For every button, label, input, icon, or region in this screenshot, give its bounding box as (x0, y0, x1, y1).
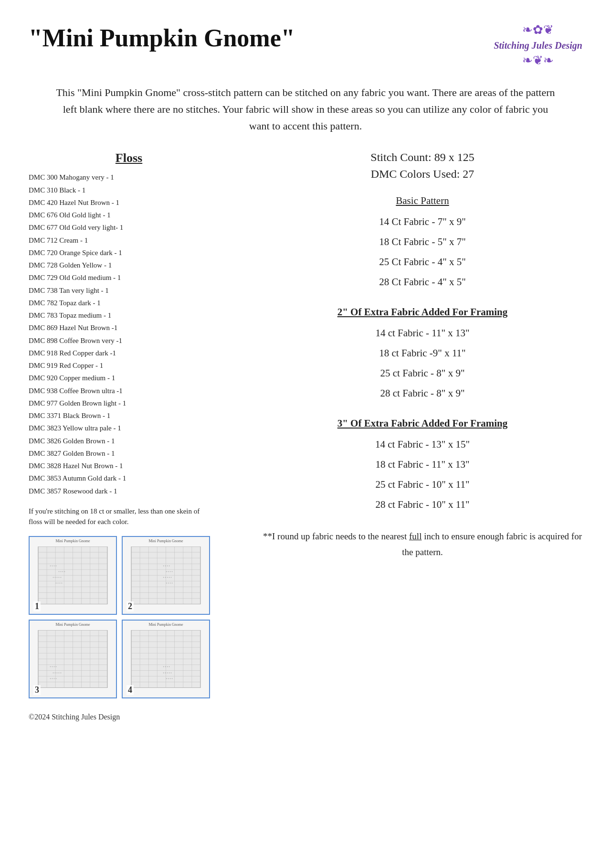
pattern-number-2: 2 (126, 601, 134, 611)
floss-note: If you're stitching on 18 ct or smaller,… (29, 506, 210, 527)
main-content: Floss DMC 300 Mahogany very - 1 DMC 310 … (29, 151, 582, 698)
pattern-image-3: Mini Pumpkin Gnome (29, 620, 117, 698)
floss-item: DMC 728 Golden Yellow - 1 (29, 259, 229, 271)
floss-item: DMC 919 Red Copper - 1 (29, 359, 229, 372)
pattern-grid-3: + + + + + + + + + + + + + (34, 630, 112, 688)
floss-item: DMC 783 Topaz medium - 1 (29, 309, 229, 321)
floss-item: DMC 3827 Golden Brown - 1 (29, 447, 229, 460)
fabric-item: 28 Ct Fabric - 4" x 5" (263, 272, 582, 292)
svg-text:+ + + + +: + + + + + (163, 576, 172, 579)
svg-text:+ + + +: + + + + (166, 570, 173, 573)
dmc-colors: DMC Colors Used: 27 (263, 168, 582, 181)
pattern-img-label-4: Mini Pumpkin Gnome (123, 622, 209, 627)
asterisk-note: **I round up fabric needs to the nearest… (263, 529, 582, 560)
floss-item: DMC 310 Black - 1 (29, 184, 229, 196)
framing-2-list: 14 ct Fabric - 11" x 13" 18 ct Fabric -9… (263, 323, 582, 403)
svg-text:+ + + +: + + + + (50, 677, 57, 680)
floss-item: DMC 676 Old Gold light - 1 (29, 209, 229, 221)
svg-text:+ + + +: + + + + (50, 665, 57, 668)
floss-item: DMC 420 Hazel Nut Brown - 1 (29, 196, 229, 209)
fabric-item: 25 Ct Fabric - 4" x 5" (263, 252, 582, 272)
logo: ❧✿❦ Stitching Jules Design ❧❦❧ (494, 19, 582, 70)
framing-2-title: 2" Of Extra Fabric Added For Framing (263, 306, 582, 318)
svg-text:+ + + +: + + + + (166, 582, 173, 584)
floss-title: Floss (29, 151, 229, 165)
floss-item: DMC 3826 Golden Brown - 1 (29, 435, 229, 447)
svg-text:+ + + +: + + + + (55, 582, 63, 584)
pattern-img-label-3: Mini Pumpkin Gnome (30, 622, 116, 627)
right-column: Stitch Count: 89 x 125 DMC Colors Used: … (243, 151, 582, 560)
dmc-colors-label: DMC Colors Used: (371, 168, 460, 180)
pattern-number-3: 3 (33, 685, 41, 695)
floss-item: DMC 3371 Black Brown - 1 (29, 409, 229, 422)
floss-item: DMC 3823 Yellow ultra pale - 1 (29, 422, 229, 434)
pattern-image-1: Mini Pumpkin Gnome (29, 536, 117, 615)
floss-item: DMC 898 Coffee Brown very -1 (29, 334, 229, 347)
floss-item: DMC 738 Tan very light - 1 (29, 284, 229, 297)
framing-2-item: 28 ct Fabric - 8" x 9" (263, 383, 582, 403)
description: This "Mini Pumpkin Gnome" cross-stitch p… (55, 84, 556, 135)
floss-item: DMC 300 Mahogany very - 1 (29, 171, 229, 183)
basic-pattern-list: 14 Ct Fabric - 7" x 9" 18 Ct Fabric - 5"… (263, 212, 582, 292)
framing-3-title: 3" Of Extra Fabric Added For Framing (263, 418, 582, 429)
floss-item: DMC 782 Topaz dark - 1 (29, 297, 229, 309)
svg-text:+ + + + +: + + + + + (53, 576, 62, 579)
framing-2-item: 14 ct Fabric - 11" x 13" (263, 323, 582, 343)
page: "Mini Pumpkin Gnome" ❧✿❦ Stitching Jules… (0, 0, 611, 868)
floss-item: DMC 920 Copper medium - 1 (29, 372, 229, 384)
footer: ©2024 Stitching Jules Design (29, 713, 582, 721)
framing-2-item: 25 ct Fabric - 8" x 9" (263, 363, 582, 383)
dmc-colors-value: 27 (463, 168, 474, 180)
framing-3-item: 18 ct Fabric - 11" x 13" (263, 454, 582, 474)
framing-3-item: 25 ct Fabric - 10" x 11" (263, 474, 582, 494)
framing-3-list: 14 ct Fabric - 13" x 15" 18 ct Fabric - … (263, 434, 582, 514)
fabric-item: 14 Ct Fabric - 7" x 9" (263, 212, 582, 232)
stitch-count-value: 89 x 125 (434, 151, 474, 163)
floss-item: DMC 3857 Rosewood dark - 1 (29, 485, 229, 497)
framing-3-item: 14 ct Fabric - 13" x 15" (263, 434, 582, 454)
pattern-image-4: Mini Pumpkin Gnome (122, 620, 210, 698)
floss-item: DMC 729 Old Gold medium - 1 (29, 271, 229, 284)
pattern-img-label-1: Mini Pumpkin Gnome (30, 539, 116, 543)
floss-item: DMC 3828 Hazel Nut Brown - 1 (29, 460, 229, 472)
header: "Mini Pumpkin Gnome" ❧✿❦ Stitching Jules… (29, 19, 582, 70)
floss-item: DMC 720 Orange Spice dark - 1 (29, 246, 229, 259)
pattern-grid-1: + + + + + + + + + + + + + + + + + (34, 547, 112, 604)
page-title: "Mini Pumpkin Gnome" (29, 19, 295, 52)
floss-item: DMC 938 Coffee Brown ultra -1 (29, 385, 229, 397)
svg-text:+ + + +: + + + + (166, 677, 173, 680)
floss-item: DMC 869 Hazel Nut Brown -1 (29, 321, 229, 334)
pattern-images: Mini Pumpkin Gnome (29, 536, 210, 698)
pattern-grid-2: + + + + + + + + + + + + + + + + + (127, 547, 205, 604)
pattern-img-label-2: Mini Pumpkin Gnome (123, 539, 209, 543)
svg-text:+ + + +: + + + + (163, 565, 170, 567)
logo-swirl-top: ❧✿❦ (494, 21, 582, 39)
fabric-item: 18 Ct Fabric - 5" x 7" (263, 232, 582, 252)
pattern-number-1: 1 (33, 601, 41, 611)
pattern-grid-4: + + + + + + + + + + + + + (127, 630, 205, 688)
basic-pattern-title: Basic Pattern (263, 195, 582, 207)
left-column: Floss DMC 300 Mahogany very - 1 DMC 310 … (29, 151, 229, 698)
svg-text:+ + + + +: + + + + + (163, 672, 172, 674)
floss-item: DMC 918 Red Copper dark -1 (29, 347, 229, 359)
floss-list: DMC 300 Mahogany very - 1 DMC 310 Black … (29, 171, 229, 497)
stitch-count: Stitch Count: 89 x 125 (263, 151, 582, 164)
logo-text: Stitching Jules Design (494, 39, 582, 52)
floss-item: DMC 677 Old Gold very light- 1 (29, 221, 229, 234)
svg-text:+ + + +: + + + + (163, 665, 170, 668)
svg-text:+ + + + +: + + + + + (53, 672, 62, 674)
floss-item: DMC 977 Golden Brown light - 1 (29, 397, 229, 409)
svg-text:+ + + +: + + + + (50, 565, 57, 567)
svg-text:+ + + +: + + + + (58, 570, 65, 573)
floss-item: DMC 3853 Autumn Gold dark - 1 (29, 472, 229, 484)
framing-3-item: 28 ct Fabric - 10" x 11" (263, 494, 582, 514)
framing-2-item: 18 ct Fabric -9" x 11" (263, 343, 582, 363)
pattern-image-2: Mini Pumpkin Gnome (122, 536, 210, 615)
pattern-number-4: 4 (126, 685, 134, 695)
footer-text: ©2024 Stitching Jules Design (29, 713, 120, 721)
stitch-count-label: Stitch Count: (370, 151, 431, 163)
floss-item: DMC 712 Cream - 1 (29, 234, 229, 246)
logo-swirl-bottom: ❧❦❧ (494, 52, 582, 69)
